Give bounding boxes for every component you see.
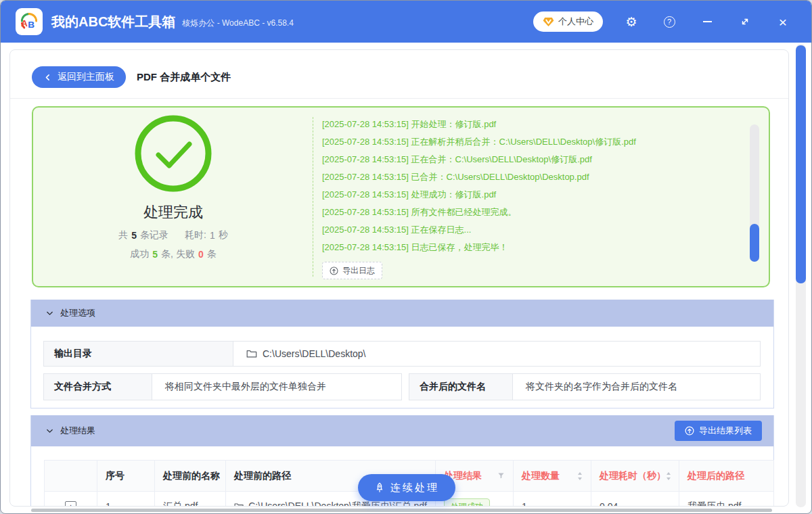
row-name: 汇总.pdf	[155, 492, 226, 507]
fail-count: 0	[198, 249, 204, 260]
log-line: [2025-07-28 14:53:15] 日志已保存，处理完毕！	[322, 239, 708, 256]
status-badge: 处理成功	[444, 498, 490, 507]
export-icon	[330, 266, 338, 275]
page-scrollbar-track[interactable]	[796, 44, 806, 507]
records-label: 条记录	[140, 229, 168, 241]
col-index: 序号	[97, 461, 155, 492]
total-count: 5	[131, 230, 137, 241]
col-output: 处理后的路径	[679, 461, 774, 492]
minimize-button[interactable]	[688, 8, 726, 35]
main-panel: 返回到主面板 PDF 合并成单个文件 处理完成 共 5 条记录 耗时: 1	[9, 49, 789, 507]
status-title: 处理完成	[143, 202, 203, 223]
back-button-label: 返回到主面板	[58, 71, 114, 83]
chevron-down-icon	[45, 309, 54, 318]
dashed-divider	[313, 117, 313, 277]
results-section-title: 处理结果	[60, 425, 95, 437]
app-window: A B 我的ABC软件工具箱 核烁办公 - WodeABC - v6.58.4 …	[0, 0, 812, 514]
merge-mode-field: 文件合并方式 将相同文件夹中最外层的文件单独合并	[43, 373, 402, 400]
export-results-label: 导出结果列表	[699, 425, 752, 437]
settings-button[interactable]: ⚙	[612, 8, 650, 35]
page-scrollbar-thumb[interactable]	[796, 45, 806, 283]
merge-mode-value: 将相同文件夹中最外层的文件单独合并	[165, 381, 326, 393]
summary-line-totals: 共 5 条记录 耗时: 1 秒	[118, 229, 227, 241]
close-icon: ×	[779, 15, 787, 29]
row-expand-button[interactable]: +	[65, 501, 76, 507]
export-log-label: 导出日志	[342, 265, 375, 277]
log-line: [2025-07-28 14:53:15] 开始处理：修订版.pdf	[322, 116, 708, 133]
page-title: PDF 合并成单个文件	[137, 71, 231, 84]
chevron-left-icon	[43, 73, 52, 82]
options-section: 处理选项 输出目录 C:\Users\DELL\Desktop\ 文件合并方式	[30, 300, 774, 408]
app-subtitle: 核烁办公 - WodeABC - v6.58.4	[182, 18, 294, 29]
elapsed-unit: 秒	[219, 229, 228, 241]
gear-icon: ⚙	[625, 16, 637, 28]
row-count: 1	[514, 492, 591, 507]
user-center-button[interactable]: 个人中心	[533, 11, 603, 32]
rocket-icon	[374, 482, 385, 493]
total-label: 共	[118, 229, 128, 241]
merged-filename-field: 合并后的文件名 将文件夹的名字作为合并后的文件名	[409, 373, 761, 400]
merge-options-row: 文件合并方式 将相同文件夹中最外层的文件单独合并 合并后的文件名 将文件夹的名字…	[43, 373, 761, 400]
help-button[interactable]: ?	[650, 8, 688, 35]
col-time-label: 处理耗时（秒）	[600, 470, 666, 482]
output-dir-value: C:\Users\DELL\Desktop\	[263, 348, 366, 359]
options-section-header[interactable]: 处理选项	[31, 300, 773, 327]
back-to-dashboard-button[interactable]: 返回到主面板	[32, 66, 126, 88]
log-scrollbar-thumb[interactable]	[750, 224, 759, 262]
sort-icon[interactable]	[577, 471, 583, 481]
titlebar: A B 我的ABC软件工具箱 核烁办公 - WodeABC - v6.58.4 …	[1, 1, 811, 43]
user-center-label: 个人中心	[558, 16, 593, 28]
export-log-button[interactable]: 导出日志	[322, 262, 382, 279]
output-dir-label: 输出目录	[44, 342, 233, 366]
app-logo: A B	[16, 8, 43, 35]
folder-icon	[234, 502, 244, 507]
summary-line-success-fail: 成功 5 条, 失败 0 条	[130, 248, 216, 260]
col-expand	[45, 461, 97, 492]
svg-text:A: A	[21, 18, 28, 28]
chevron-down-icon	[45, 427, 54, 436]
col-time[interactable]: 处理耗时（秒）	[591, 461, 679, 492]
col-count[interactable]: 处理数量	[514, 461, 591, 492]
filter-icon[interactable]	[497, 472, 505, 480]
resize-icon	[740, 16, 750, 27]
divider	[10, 98, 788, 99]
success-check-icon	[134, 114, 212, 193]
app-title: 我的ABC软件工具箱	[51, 13, 175, 31]
options-section-title: 处理选项	[60, 307, 95, 319]
row-path: C:\Users\DELL\Desktop\我爱历史\汇总.pdf	[248, 500, 427, 507]
elapsed-value: 1	[210, 230, 215, 241]
folder-icon	[246, 349, 257, 358]
fail-label: 条, 失败	[161, 248, 195, 260]
export-results-button[interactable]: 导出结果列表	[675, 421, 762, 441]
summary-column: 处理完成 共 5 条记录 耗时: 1 秒 成功 5 条, 失败 0 条	[33, 108, 313, 286]
results-section-header[interactable]: 处理结果 导出结果列表	[31, 415, 773, 446]
success-label: 成功	[130, 248, 149, 260]
log-line: [2025-07-28 14:53:15] 正在合并：C:\Users\DELL…	[322, 151, 708, 168]
col-count-label: 处理数量	[522, 470, 560, 482]
elapsed-label: 耗时:	[185, 229, 206, 241]
close-button[interactable]: ×	[764, 8, 802, 35]
log-list: [2025-07-28 14:53:15] 开始处理：修订版.pdf [2025…	[322, 116, 708, 279]
abc-logo-icon: A B	[18, 10, 41, 33]
horizontal-scrollbar[interactable]	[31, 509, 772, 512]
merge-mode-label: 文件合并方式	[44, 374, 152, 400]
sort-icon[interactable]	[666, 471, 671, 481]
output-dir-row: 输出目录 C:\Users\DELL\Desktop\	[43, 341, 761, 367]
vip-badge-icon	[543, 17, 554, 27]
log-scrollbar-track[interactable]	[750, 124, 759, 262]
row-time: 0.04	[591, 492, 679, 507]
resize-button[interactable]	[726, 8, 764, 35]
toolbar: 返回到主面板 PDF 合并成单个文件	[32, 66, 231, 88]
col-name: 处理前的名称	[155, 461, 226, 492]
log-line: [2025-07-28 14:53:15] 正在解析并稍后合并：C:\Users…	[322, 133, 708, 151]
output-dir-field: C:\Users\DELL\Desktop\	[233, 342, 760, 366]
export-icon	[685, 426, 694, 436]
row-index: 1	[97, 492, 155, 507]
success-count: 5	[152, 249, 158, 260]
svg-text:B: B	[28, 20, 35, 30]
minimize-icon	[703, 21, 712, 22]
continue-processing-button[interactable]: 连续处理	[358, 474, 455, 501]
log-line: [2025-07-28 14:53:15] 处理成功：修订版.pdf	[322, 186, 708, 204]
process-complete-panel: 处理完成 共 5 条记录 耗时: 1 秒 成功 5 条, 失败 0 条	[32, 106, 770, 287]
titlebar-controls: 个人中心 ⚙ ? ×	[533, 8, 811, 35]
